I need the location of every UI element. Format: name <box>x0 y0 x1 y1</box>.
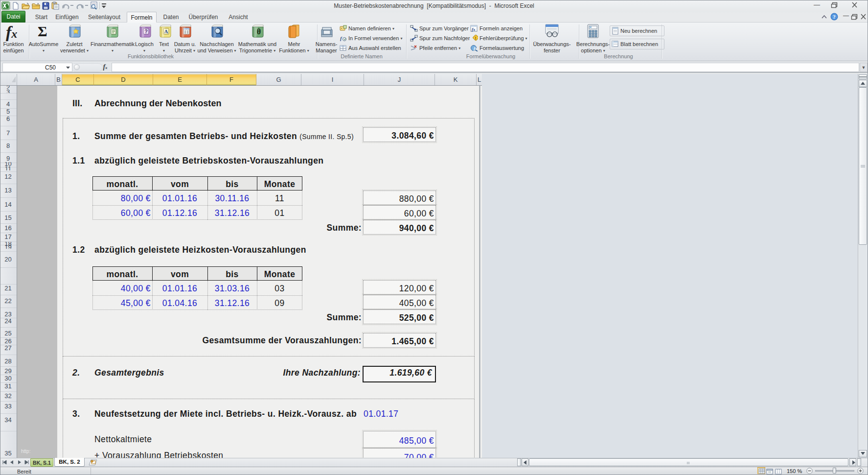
svg-text:f: f <box>340 35 343 41</box>
svg-text:!: ! <box>475 36 477 41</box>
svg-text:fx: fx <box>472 27 476 32</box>
svg-text:fx: fx <box>474 46 478 51</box>
svg-text:?: ? <box>833 14 836 20</box>
